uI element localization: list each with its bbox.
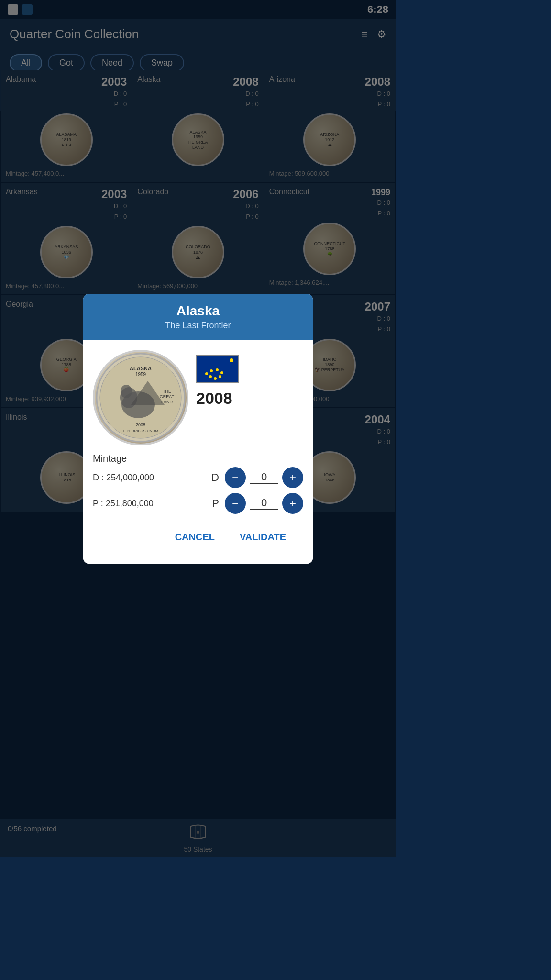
modal-header: Alaska The Last Frontier	[83, 294, 313, 340]
svg-text:THE: THE	[163, 389, 171, 394]
validate-button[interactable]: VALIDATE	[232, 528, 294, 546]
svg-text:ALASKA: ALASKA	[130, 366, 152, 371]
d-count-control: − +	[225, 467, 303, 488]
modal-body: ALASKA 1959 THE GREAT LAND 2008 E PLURIB…	[83, 340, 313, 564]
modal-actions: CANCEL VALIDATE	[93, 520, 303, 554]
modal-overlay: Alaska The Last Frontier	[0, 0, 396, 858]
svg-point-16	[216, 368, 219, 371]
modal-year: 2008	[196, 389, 232, 408]
svg-point-4	[121, 385, 132, 398]
svg-point-20	[209, 375, 212, 378]
d-count-input[interactable]	[250, 471, 278, 484]
svg-text:2008: 2008	[136, 423, 145, 427]
modal-coin-image: ALASKA 1959 THE GREAT LAND 2008 E PLURIB…	[93, 350, 188, 445]
p-increment-button[interactable]: +	[282, 493, 303, 514]
alaska-modal: Alaska The Last Frontier	[83, 294, 313, 564]
svg-point-14	[205, 372, 208, 375]
p-letter: P	[212, 497, 219, 510]
d-letter: D	[211, 471, 219, 484]
svg-text:E PLURIBUS UNUM: E PLURIBUS UNUM	[123, 429, 158, 433]
svg-point-17	[220, 371, 223, 374]
mintage-p-text: P : 251,800,000	[93, 499, 206, 509]
mintage-section: Mintage D : 254,000,000 D − + P : 251,80…	[93, 453, 303, 514]
p-decrement-button[interactable]: −	[225, 493, 246, 514]
modal-subtitle: The Last Frontier	[93, 321, 303, 331]
modal-state-name: Alaska	[93, 303, 303, 319]
svg-text:1959: 1959	[135, 372, 146, 377]
mintage-label: Mintage	[93, 453, 303, 464]
svg-point-21	[230, 358, 233, 362]
state-flag	[196, 355, 239, 383]
mintage-d-text: D : 254,000,000	[93, 473, 206, 483]
svg-point-15	[210, 369, 213, 372]
svg-point-19	[214, 377, 217, 380]
svg-text:LAND: LAND	[161, 400, 173, 404]
d-increment-button[interactable]: +	[282, 467, 303, 488]
modal-coin-row: ALASKA 1959 THE GREAT LAND 2008 E PLURIB…	[93, 350, 303, 445]
p-count-control: − +	[225, 493, 303, 514]
svg-text:GREAT: GREAT	[160, 394, 175, 399]
mintage-d-row: D : 254,000,000 D − +	[93, 467, 303, 488]
cancel-button[interactable]: CANCEL	[167, 528, 222, 546]
d-decrement-button[interactable]: −	[225, 467, 246, 488]
mintage-p-row: P : 251,800,000 P − +	[93, 493, 303, 514]
svg-point-18	[219, 375, 221, 378]
p-count-input[interactable]	[250, 497, 278, 510]
modal-right-info: 2008	[196, 350, 239, 408]
